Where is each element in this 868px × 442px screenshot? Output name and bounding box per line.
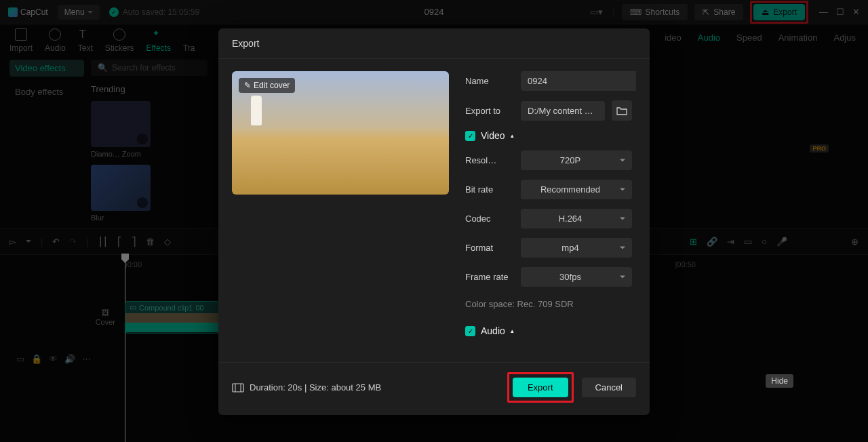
check-icon: ✓ [465,326,475,336]
export-dialog: Export ✎ Edit cover Name Export to D:/My… [218,28,650,415]
resolution-select[interactable]: 720P [521,150,632,170]
cancel-button[interactable]: Cancel [582,378,636,397]
footer-buttons: Export Cancel [507,372,636,403]
check-icon: ✓ [465,131,475,141]
film-icon [232,383,244,393]
framerate-select[interactable]: 30fps [521,267,632,287]
dialog-title: Export [218,28,650,59]
duration-text: Duration: 20s | Size: about 25 MB [250,382,381,393]
codec-row: Codec H.264 [465,209,632,228]
bitrate-label: Bit rate [465,184,514,195]
folder-icon [616,106,627,115]
video-section-label: Video [481,130,505,141]
export-confirm-button[interactable]: Export [513,378,568,397]
form-column: Name Export to D:/My content writin… ✓ V… [465,71,636,362]
format-label: Format [465,243,514,253]
audio-section-header[interactable]: ✓ Audio ▴ [465,325,632,336]
bitrate-row: Bit rate Recommended [465,180,632,199]
export-btn-highlight: Export [507,372,574,403]
name-label: Name [465,76,514,86]
resolution-row: Resol… 720P [465,150,632,170]
pencil-icon: ✎ [244,81,251,90]
preview-column: ✎ Edit cover [232,71,449,362]
audio-section-label: Audio [481,325,505,336]
svg-rect-0 [233,384,243,392]
colorspace-note: Color space: Rec. 709 SDR [465,299,632,309]
edit-cover-label: Edit cover [254,81,290,90]
name-input[interactable] [521,71,636,91]
export-dialog-overlay: Export ✎ Edit cover Name Export to D:/My… [0,0,868,442]
hide-tooltip: Hide [766,374,793,388]
framerate-row: Frame rate 30fps [465,267,632,287]
format-select[interactable]: mp4 [521,238,632,258]
codec-label: Codec [465,214,514,224]
path-value: D:/My content writin… [521,101,605,121]
bitrate-select[interactable]: Recommended [521,180,632,199]
resolution-label: Resol… [465,155,514,165]
video-section-header[interactable]: ✓ Video ▴ [465,130,632,141]
browse-folder-button[interactable] [612,100,632,121]
framerate-label: Frame rate [465,272,514,282]
format-row: Format mp4 [465,238,632,258]
dialog-body: ✎ Edit cover Name Export to D:/My conten… [218,59,650,362]
path-row: Export to D:/My content writin… [465,100,632,121]
codec-select[interactable]: H.264 [521,209,632,228]
edit-cover-button[interactable]: ✎ Edit cover [239,78,295,93]
path-label: Export to [465,106,514,116]
name-row: Name [465,71,632,91]
cover-preview: ✎ Edit cover [232,71,449,195]
dialog-footer: Duration: 20s | Size: about 25 MB Export… [218,362,650,415]
duration-info: Duration: 20s | Size: about 25 MB [232,382,381,393]
